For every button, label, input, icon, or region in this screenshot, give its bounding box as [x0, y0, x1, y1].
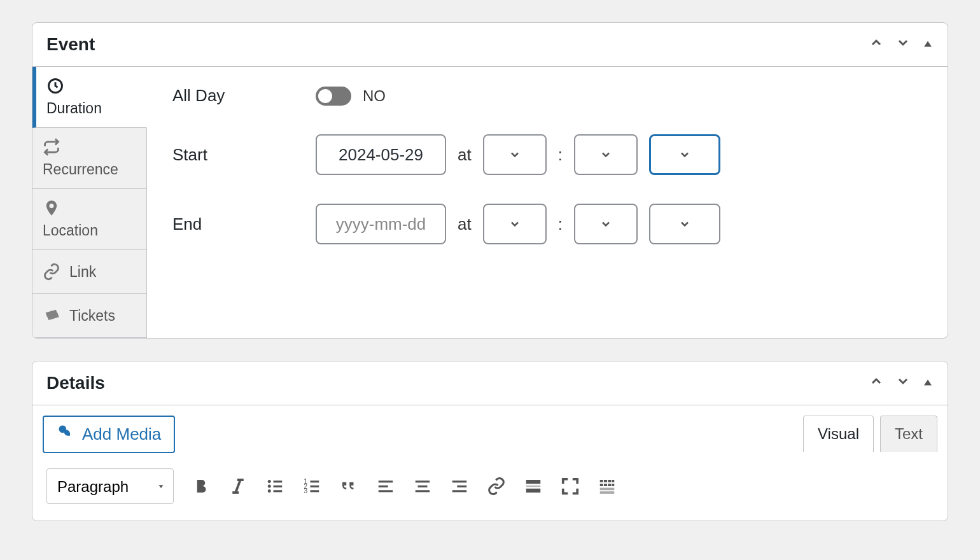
start-minute-select[interactable] — [574, 134, 638, 175]
svg-marker-0 — [924, 41, 932, 47]
svg-rect-27 — [452, 490, 467, 492]
svg-rect-33 — [608, 480, 611, 482]
svg-rect-23 — [418, 486, 428, 487]
svg-rect-26 — [457, 486, 466, 487]
svg-point-11 — [268, 489, 271, 493]
tickets-icon — [43, 307, 60, 325]
svg-rect-35 — [600, 484, 603, 486]
panel-controls — [869, 374, 934, 393]
tab-tickets[interactable]: Tickets — [32, 294, 146, 338]
start-label: Start — [172, 145, 316, 165]
end-minute-select[interactable] — [574, 204, 638, 244]
add-media-button[interactable]: Add Media — [43, 416, 175, 453]
event-content: All Day NO Start at : End at : — [147, 67, 948, 338]
panel-controls — [869, 35, 934, 54]
svg-rect-37 — [608, 484, 611, 486]
editor-top: Add Media Visual Text — [43, 416, 937, 453]
fullscreen-button[interactable] — [561, 477, 580, 496]
italic-button[interactable] — [228, 477, 248, 496]
move-down-icon[interactable] — [895, 374, 911, 393]
collapse-up-icon[interactable] — [922, 374, 934, 392]
align-center-button[interactable] — [413, 477, 432, 496]
editor-tabs: Visual Text — [803, 416, 937, 452]
format-select[interactable]: Paragraph — [46, 468, 174, 504]
svg-rect-28 — [526, 480, 541, 484]
svg-rect-38 — [612, 484, 615, 486]
colon-text: : — [558, 214, 563, 234]
details-panel-title: Details — [46, 373, 105, 393]
event-panel-header: Event — [32, 23, 948, 67]
colon-text: : — [558, 145, 563, 165]
move-up-icon[interactable] — [869, 35, 884, 54]
start-date-input[interactable] — [316, 134, 446, 175]
collapse-up-icon[interactable] — [922, 36, 934, 53]
move-up-icon[interactable] — [869, 374, 884, 393]
svg-marker-2 — [924, 380, 932, 386]
link-icon — [43, 263, 60, 281]
svg-rect-32 — [604, 480, 607, 482]
details-body: Add Media Visual Text Paragraph 123 — [32, 405, 948, 521]
svg-rect-30 — [526, 489, 541, 493]
tab-recurrence[interactable]: Recurrence — [32, 128, 146, 189]
repeat-icon — [43, 138, 60, 156]
start-hour-select[interactable] — [483, 134, 547, 175]
start-ampm-select[interactable] — [649, 134, 720, 175]
end-hour-select[interactable] — [483, 204, 547, 244]
tab-label: Tickets — [69, 307, 115, 325]
move-down-icon[interactable] — [895, 35, 911, 54]
svg-rect-40 — [600, 491, 615, 494]
svg-rect-14 — [311, 480, 319, 482]
tab-label: Recurrence — [43, 161, 136, 178]
end-label: End — [172, 214, 316, 234]
at-text: at — [458, 214, 472, 234]
end-ampm-select[interactable] — [649, 204, 720, 244]
svg-rect-8 — [274, 480, 283, 482]
end-date-input[interactable] — [316, 204, 446, 244]
svg-rect-24 — [416, 490, 430, 492]
numbered-list-button[interactable]: 123 — [302, 477, 321, 496]
svg-rect-20 — [379, 486, 388, 487]
svg-rect-10 — [274, 486, 283, 487]
svg-rect-19 — [379, 480, 393, 482]
svg-point-7 — [268, 480, 271, 483]
svg-rect-21 — [379, 490, 393, 492]
align-right-button[interactable] — [450, 477, 469, 496]
tab-label: Link — [69, 263, 96, 281]
insert-link-button[interactable] — [487, 477, 506, 496]
details-panel-header: Details — [32, 361, 948, 405]
allday-toggle[interactable] — [316, 87, 351, 106]
svg-rect-18 — [311, 490, 319, 492]
at-text: at — [458, 145, 472, 165]
event-panel-title: Event — [46, 34, 95, 55]
svg-rect-25 — [452, 480, 467, 482]
allday-state: NO — [363, 87, 386, 105]
tab-label: Duration — [46, 100, 136, 117]
svg-text:3: 3 — [304, 487, 308, 494]
svg-rect-16 — [311, 486, 319, 487]
clock-icon — [46, 77, 64, 95]
quote-button[interactable] — [339, 477, 358, 496]
bold-button[interactable] — [192, 477, 211, 496]
svg-rect-22 — [416, 480, 430, 482]
align-left-button[interactable] — [376, 477, 395, 496]
event-body: Duration Recurrence Location Link — [32, 67, 948, 338]
allday-row: All Day NO — [172, 86, 922, 106]
event-tabs: Duration Recurrence Location Link — [32, 67, 147, 338]
kitchen-sink-button[interactable] — [598, 477, 617, 496]
tab-label: Location — [43, 222, 136, 239]
allday-label: All Day — [172, 86, 316, 106]
text-tab[interactable]: Text — [880, 416, 937, 452]
read-more-button[interactable] — [524, 477, 543, 496]
add-media-label: Add Media — [82, 424, 161, 444]
svg-rect-36 — [604, 484, 607, 486]
svg-rect-31 — [600, 480, 603, 482]
tab-link[interactable]: Link — [32, 250, 146, 294]
bullet-list-button[interactable] — [265, 477, 284, 496]
svg-point-9 — [268, 485, 271, 488]
visual-tab[interactable]: Visual — [803, 416, 874, 452]
tab-location[interactable]: Location — [32, 189, 146, 250]
svg-rect-12 — [274, 490, 283, 492]
location-icon — [43, 199, 60, 217]
tab-duration[interactable]: Duration — [32, 67, 147, 128]
event-panel: Event Duration — [32, 22, 948, 339]
